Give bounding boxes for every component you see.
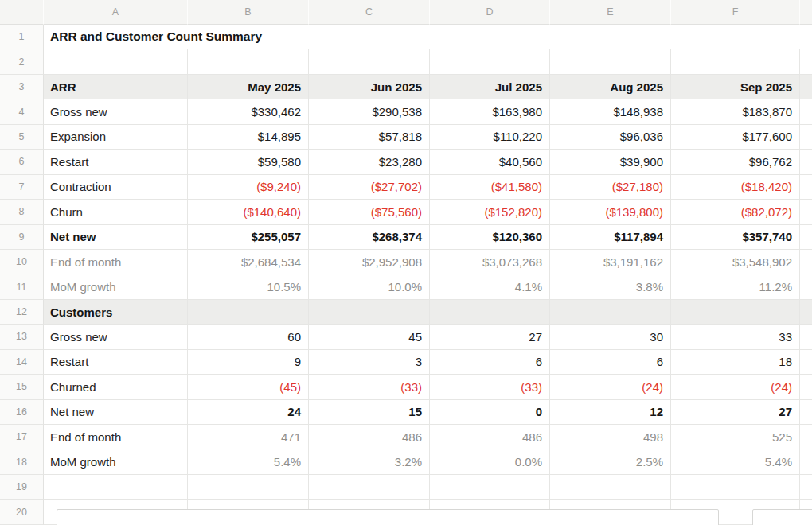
row-number-13[interactable]: 13 (0, 325, 44, 349)
cell-partial-19[interactable] (800, 475, 812, 500)
column-header-B[interactable]: B (188, 0, 309, 25)
cell-E7[interactable]: ($27,180) (550, 175, 671, 200)
row-number-6[interactable]: 6 (0, 150, 44, 174)
cell-C8[interactable]: ($75,560) (309, 200, 430, 224)
cell-E9[interactable]: $117,894 (550, 225, 671, 250)
cell-F5[interactable]: $177,600 (671, 125, 800, 150)
cell-A8[interactable]: Churn (44, 200, 188, 224)
cell-A4[interactable]: Gross new (44, 99, 188, 124)
cell-D13[interactable]: 27 (430, 325, 550, 349)
cell-C3[interactable]: Jun 2025 (309, 75, 430, 99)
row-number-18[interactable]: 18 (0, 449, 44, 474)
cell-E8[interactable]: ($139,800) (550, 200, 671, 224)
cell-C6[interactable]: $23,280 (309, 150, 430, 174)
cell-B9[interactable]: $255,057 (188, 225, 309, 250)
cell-B11[interactable]: 10.5% (188, 274, 309, 299)
cell-partial-1[interactable] (800, 25, 812, 49)
cell-B10[interactable]: $2,684,534 (188, 250, 309, 274)
row-number-20[interactable]: 20 (0, 500, 44, 524)
cell-D16[interactable]: 0 (430, 400, 550, 425)
cell-partial-18[interactable] (800, 449, 812, 474)
row-number-5[interactable]: 5 (0, 125, 44, 150)
cell-B14[interactable]: 9 (188, 350, 309, 375)
cell-F14[interactable]: 18 (671, 350, 800, 375)
cell-F2[interactable] (671, 49, 800, 74)
cell-A9[interactable]: Net new (44, 225, 188, 250)
cell-F18[interactable]: 5.4% (671, 449, 800, 474)
cell-A5[interactable]: Expansion (44, 125, 188, 150)
cell-E2[interactable] (550, 49, 671, 74)
row-number-11[interactable]: 11 (0, 274, 44, 299)
cell-partial-8[interactable] (800, 200, 812, 224)
cell-B12[interactable] (188, 300, 309, 325)
cell-C2[interactable] (309, 49, 430, 74)
cell-E17[interactable]: 498 (550, 425, 671, 449)
cell-F13[interactable]: 33 (671, 325, 800, 349)
cell-E18[interactable]: 2.5% (550, 449, 671, 474)
cell-D9[interactable]: $120,360 (430, 225, 550, 250)
select-all-corner[interactable] (0, 0, 44, 25)
row-number-19[interactable]: 19 (0, 475, 44, 500)
cell-A19[interactable] (44, 475, 188, 500)
cell-D15[interactable]: (33) (430, 375, 550, 399)
cell-partial-17[interactable] (800, 425, 812, 449)
cell-A11[interactable]: MoM growth (44, 274, 188, 299)
cell-B2[interactable] (188, 49, 309, 74)
cell-B7[interactable]: ($9,240) (188, 175, 309, 200)
cell-A10[interactable]: End of month (44, 250, 188, 274)
cell-C13[interactable]: 45 (309, 325, 430, 349)
cell-B13[interactable]: 60 (188, 325, 309, 349)
embedded-chart-frame-left[interactable] (57, 509, 719, 525)
cell-E13[interactable]: 30 (550, 325, 671, 349)
cell-D19[interactable] (430, 475, 550, 500)
cell-C5[interactable]: $57,818 (309, 125, 430, 150)
cell-E15[interactable]: (24) (550, 375, 671, 399)
cell-F9[interactable]: $357,740 (671, 225, 800, 250)
cell-D7[interactable]: ($41,580) (430, 175, 550, 200)
cell-partial-7[interactable] (800, 175, 812, 200)
cell-partial-15[interactable] (800, 375, 812, 399)
cell-A17[interactable]: End of month (44, 425, 188, 449)
cell-E1[interactable] (550, 25, 671, 49)
cell-B4[interactable]: $330,462 (188, 99, 309, 124)
cell-B18[interactable]: 5.4% (188, 449, 309, 474)
row-number-17[interactable]: 17 (0, 425, 44, 449)
column-header-F[interactable]: F (671, 0, 800, 25)
cell-D17[interactable]: 486 (430, 425, 550, 449)
cell-partial-9[interactable] (800, 225, 812, 250)
cell-partial-11[interactable] (800, 274, 812, 299)
cell-C15[interactable]: (33) (309, 375, 430, 399)
cell-partial-13[interactable] (800, 325, 812, 349)
cell-B6[interactable]: $59,580 (188, 150, 309, 174)
embedded-chart-frame-right[interactable] (752, 509, 812, 525)
column-header-C[interactable]: C (309, 0, 430, 25)
cell-C16[interactable]: 15 (309, 400, 430, 425)
row-number-15[interactable]: 15 (0, 375, 44, 399)
cell-C12[interactable] (309, 300, 430, 325)
cell-D18[interactable]: 0.0% (430, 449, 550, 474)
cell-A13[interactable]: Gross new (44, 325, 188, 349)
cell-C11[interactable]: 10.0% (309, 274, 430, 299)
cell-A3[interactable]: ARR (44, 75, 188, 99)
cell-partial-12[interactable] (800, 300, 812, 325)
column-header-D[interactable]: D (430, 0, 550, 25)
cell-C14[interactable]: 3 (309, 350, 430, 375)
cell-B17[interactable]: 471 (188, 425, 309, 449)
cell-D14[interactable]: 6 (430, 350, 550, 375)
cell-A2[interactable] (44, 49, 188, 74)
column-header-E[interactable]: E (550, 0, 671, 25)
row-number-3[interactable]: 3 (0, 75, 44, 99)
cell-E16[interactable]: 12 (550, 400, 671, 425)
cell-partial-3[interactable] (800, 75, 812, 99)
cell-C17[interactable]: 486 (309, 425, 430, 449)
cell-D11[interactable]: 4.1% (430, 274, 550, 299)
cell-A14[interactable]: Restart (44, 350, 188, 375)
cell-B3[interactable]: May 2025 (188, 75, 309, 99)
cell-F6[interactable]: $96,762 (671, 150, 800, 174)
cell-C4[interactable]: $290,538 (309, 99, 430, 124)
row-number-1[interactable]: 1 (0, 25, 44, 49)
cell-D10[interactable]: $3,073,268 (430, 250, 550, 274)
cell-A18[interactable]: MoM growth (44, 449, 188, 474)
cell-F7[interactable]: ($18,420) (671, 175, 800, 200)
row-number-12[interactable]: 12 (0, 300, 44, 325)
